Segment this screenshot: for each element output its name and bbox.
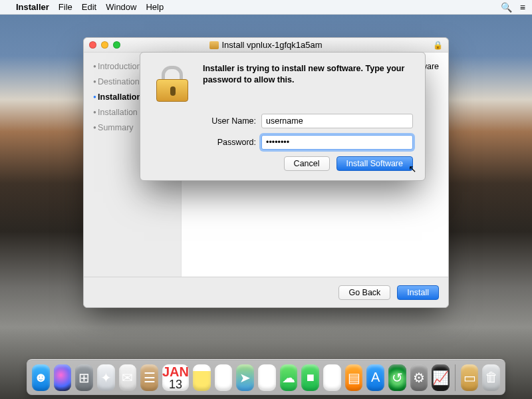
maps-icon[interactable]: ➤ bbox=[236, 364, 254, 391]
notes-icon[interactable] bbox=[193, 364, 211, 391]
trash-icon[interactable]: 🗑 bbox=[482, 364, 500, 391]
appstore-icon[interactable]: A bbox=[366, 364, 384, 391]
ibooks-icon[interactable]: ▤ bbox=[345, 364, 363, 391]
mail-icon[interactable]: ✉ bbox=[119, 364, 137, 391]
menu-edit[interactable]: Edit bbox=[82, 2, 96, 12]
auth-heading: Installer is trying to install new softw… bbox=[203, 63, 413, 86]
menu-help[interactable]: Help bbox=[146, 2, 164, 12]
spotlight-icon[interactable]: 🔍 bbox=[501, 2, 512, 13]
password-label: Password: bbox=[203, 138, 256, 147]
timemachine-icon[interactable]: ↺ bbox=[388, 364, 406, 391]
password-field[interactable] bbox=[261, 135, 413, 150]
installer-pkg-icon[interactable]: ▭ bbox=[461, 364, 479, 391]
dock: ☻⊞✦✉☰JAN13☑➤❀☁■♫▤A↺⚙📈▭🗑 bbox=[27, 359, 505, 395]
dock-divider bbox=[455, 364, 456, 391]
go-back-button[interactable]: Go Back bbox=[338, 285, 390, 300]
reminders-icon[interactable]: ☑ bbox=[215, 364, 233, 391]
facetime-icon[interactable]: ■ bbox=[301, 364, 319, 391]
itunes-icon[interactable]: ♫ bbox=[323, 364, 341, 391]
menu-window[interactable]: Window bbox=[106, 2, 136, 12]
menu-file[interactable]: File bbox=[59, 2, 72, 12]
siri-icon[interactable] bbox=[54, 364, 72, 391]
activity-icon[interactable]: 📈 bbox=[432, 364, 450, 391]
calendar-icon[interactable]: JAN13 bbox=[162, 364, 189, 391]
auth-dialog: Installer is trying to install new softw… bbox=[140, 52, 426, 181]
lock-icon[interactable]: 🔒 bbox=[433, 41, 443, 50]
lock-large-icon bbox=[152, 63, 192, 103]
launchpad-icon[interactable]: ⊞ bbox=[75, 364, 93, 391]
package-icon bbox=[209, 41, 219, 49]
menuextras-icon[interactable]: ≡ bbox=[520, 2, 525, 13]
installer-footer: Go Back Install bbox=[84, 277, 448, 307]
install-button[interactable]: Install bbox=[397, 285, 439, 300]
install-software-button[interactable]: Install Software bbox=[336, 156, 413, 171]
window-title: Install vpnlux-1gfqk1a5am bbox=[84, 40, 448, 50]
cancel-button[interactable]: Cancel bbox=[284, 156, 330, 171]
titlebar[interactable]: Install vpnlux-1gfqk1a5am 🔒 bbox=[84, 38, 448, 53]
contacts-icon[interactable]: ☰ bbox=[140, 364, 158, 391]
sysprefs-icon[interactable]: ⚙ bbox=[410, 364, 428, 391]
menubar: Installer File Edit Window Help 🔍 ≡ bbox=[0, 0, 532, 15]
messages-icon[interactable]: ☁ bbox=[280, 364, 298, 391]
app-menu[interactable]: Installer bbox=[16, 2, 49, 12]
finder-icon[interactable]: ☻ bbox=[32, 364, 50, 391]
safari-icon[interactable]: ✦ bbox=[97, 364, 115, 391]
username-field[interactable] bbox=[261, 114, 413, 128]
username-label: User Name: bbox=[203, 116, 256, 126]
photos-icon[interactable]: ❀ bbox=[258, 364, 276, 391]
